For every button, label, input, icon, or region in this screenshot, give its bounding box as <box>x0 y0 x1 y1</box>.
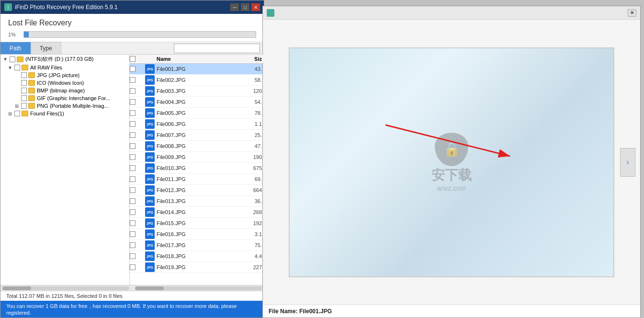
maximize-button[interactable]: □ <box>241 3 249 11</box>
preview-app-icon <box>267 9 274 17</box>
jpg-file-icon: JPG <box>145 196 155 206</box>
search-input[interactable] <box>174 44 260 53</box>
file-row[interactable]: JPG File001.JPG 43. <box>130 64 264 75</box>
file-row[interactable]: JPG File013.JPG 36. <box>130 196 264 207</box>
file-checkbox[interactable] <box>130 132 136 138</box>
close-button[interactable]: ✕ <box>251 3 260 11</box>
expand-png-icon[interactable]: ⊞ <box>14 103 20 109</box>
svg-rect-0 <box>267 9 274 17</box>
file-row-check-col <box>130 154 143 160</box>
file-row-check-col <box>130 165 143 171</box>
file-checkbox[interactable] <box>130 121 136 127</box>
tree-item-gif[interactable]: GIF (Graphic Interchange For... <box>0 94 129 102</box>
tree-item-ico[interactable]: ICO (Windows Icon) <box>0 79 129 87</box>
jpg-label: JPG (JPG picture) <box>37 72 79 78</box>
select-all-checkbox[interactable] <box>130 56 136 62</box>
header-name-col[interactable]: Name <box>157 56 230 62</box>
file-row[interactable]: JPG File010.JPG 675 <box>130 163 264 174</box>
file-row-icon-col: JPG <box>143 229 157 239</box>
horizontal-scrollbar[interactable] <box>0 285 264 291</box>
file-row[interactable]: JPG File014.JPG 268 <box>130 207 264 218</box>
file-row-icon-col: JPG <box>143 108 157 118</box>
folder-icon-bmp <box>28 88 35 93</box>
file-checkbox[interactable] <box>130 264 136 270</box>
file-checkbox[interactable] <box>130 253 136 259</box>
file-row[interactable]: JPG File004.JPG 54. <box>130 97 264 108</box>
tree-item-all-raw[interactable]: ▼ All RAW Files <box>0 64 129 71</box>
file-checkbox[interactable] <box>130 198 136 204</box>
file-checkbox[interactable] <box>130 209 136 215</box>
scroll-thumb-left[interactable] <box>2 286 31 290</box>
file-row[interactable]: JPG File015.JPG 192 <box>130 218 264 229</box>
scroll-thumb-right[interactable] <box>135 286 164 290</box>
tab-path[interactable]: Path <box>0 42 31 54</box>
expand-found-icon[interactable]: ⊞ <box>7 111 13 116</box>
tree-item-found[interactable]: ⊞ Found Files(1) <box>0 110 129 117</box>
file-checkbox[interactable] <box>130 220 136 226</box>
file-row-name: File014.JPG <box>157 209 230 215</box>
file-row[interactable]: JPG File017.JPG 75. <box>130 240 264 251</box>
file-checkbox[interactable] <box>130 143 136 149</box>
preview-footer: File Name: File001.JPG <box>263 305 640 318</box>
file-row-icon-col: JPG <box>143 196 157 206</box>
expand-root-icon[interactable]: ▼ <box>2 57 8 62</box>
file-checkbox[interactable] <box>130 187 136 193</box>
tree-item-png[interactable]: ⊞ PNG (Portable Multiple-Imag... <box>0 102 129 110</box>
file-row[interactable]: JPG File012.JPG 664 <box>130 185 264 196</box>
jpg-file-icon: JPG <box>145 108 155 118</box>
file-checkbox[interactable] <box>130 231 136 237</box>
file-row[interactable]: JPG File009.JPG 190 <box>130 152 264 163</box>
file-row-icon-col: JPG <box>143 130 157 140</box>
file-row[interactable]: JPG File016.JPG 3.1 <box>130 229 264 240</box>
tree-item-jpg[interactable]: JPG (JPG picture) <box>0 71 129 79</box>
file-row-icon-col: JPG <box>143 251 157 261</box>
file-row-size: 78. <box>230 110 264 116</box>
file-checkbox[interactable] <box>130 110 136 116</box>
file-checkbox[interactable] <box>130 66 136 72</box>
file-row[interactable]: JPG File019.JPG 227 <box>130 262 264 273</box>
file-row[interactable]: JPG File002.JPG 58. <box>130 75 264 86</box>
file-row-icon-col: JPG <box>143 119 157 129</box>
file-row-size: 192 <box>230 220 264 226</box>
file-row-icon-col: JPG <box>143 75 157 85</box>
jpg-file-icon: JPG <box>145 64 155 74</box>
file-checkbox[interactable] <box>130 176 136 182</box>
file-row-icon-col: JPG <box>143 141 157 151</box>
ico-checkbox[interactable] <box>21 80 27 86</box>
file-row-check-col <box>130 110 143 116</box>
info-text: You can recover 1 GB data for free，has r… <box>6 303 237 316</box>
header-size-col[interactable]: Siz <box>230 56 264 62</box>
tree-item-bmp[interactable]: BMP (bitmap image) <box>0 87 129 94</box>
file-row[interactable]: JPG File006.JPG 1.1 <box>130 119 264 130</box>
gif-checkbox[interactable] <box>21 95 27 101</box>
file-row[interactable]: JPG File008.JPG 47. <box>130 141 264 152</box>
found-checkbox[interactable] <box>14 111 20 116</box>
file-checkbox[interactable] <box>130 99 136 105</box>
png-checkbox[interactable] <box>21 103 27 109</box>
raw-label: All RAW Files <box>30 65 62 70</box>
file-row[interactable]: JPG File018.JPG 4.4 <box>130 251 264 262</box>
root-checkbox[interactable] <box>10 57 15 62</box>
file-checkbox[interactable] <box>130 242 136 248</box>
tab-type[interactable]: Type <box>31 42 61 54</box>
expand-raw-icon[interactable]: ▼ <box>7 65 13 70</box>
file-row-check-col <box>130 176 143 182</box>
file-row-check-col <box>130 220 143 226</box>
raw-checkbox[interactable] <box>14 65 20 70</box>
file-checkbox[interactable] <box>130 154 136 160</box>
file-checkbox[interactable] <box>130 165 136 171</box>
file-row[interactable]: JPG File007.JPG 25. <box>130 130 264 141</box>
file-checkbox[interactable] <box>130 88 136 94</box>
preview-nav-right-button[interactable]: › <box>620 148 635 177</box>
tree-root[interactable]: ▼ (NTFS)软件 (D:) (177.03 GB) <box>0 55 129 64</box>
file-row[interactable]: JPG File011.JPG 69. <box>130 174 264 185</box>
preview-close-button[interactable]: ✕ <box>628 9 636 17</box>
bmp-checkbox[interactable] <box>21 88 27 93</box>
file-checkbox[interactable] <box>130 77 136 83</box>
file-row[interactable]: JPG File003.JPG 120 <box>130 86 264 97</box>
minimize-button[interactable]: ─ <box>230 3 239 11</box>
jpg-checkbox[interactable] <box>21 72 27 78</box>
file-row-check-col <box>130 231 143 237</box>
file-row[interactable]: JPG File005.JPG 78. <box>130 108 264 119</box>
file-row-check-col <box>130 77 143 83</box>
